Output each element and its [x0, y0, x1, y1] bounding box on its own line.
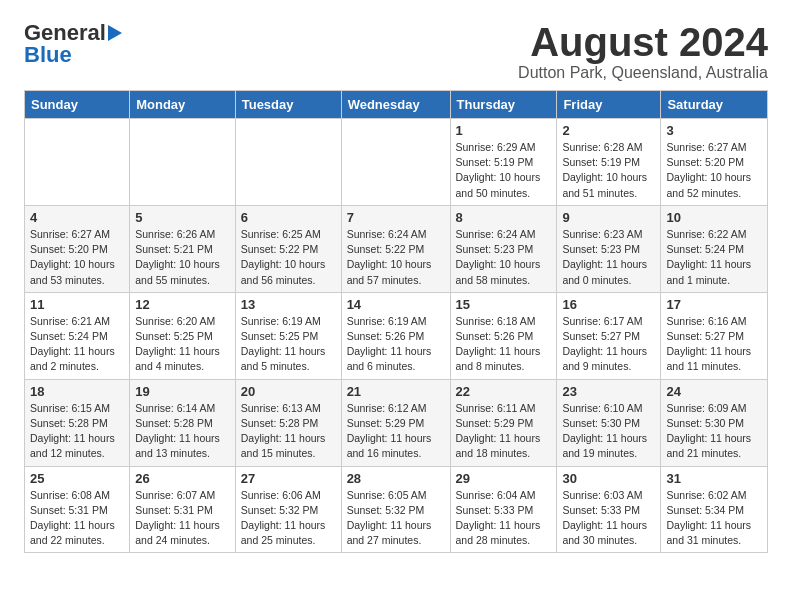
- day-info: Sunrise: 6:26 AMSunset: 5:21 PMDaylight:…: [135, 228, 220, 286]
- day-info: Sunrise: 6:07 AMSunset: 5:31 PMDaylight:…: [135, 489, 220, 547]
- day-info: Sunrise: 6:12 AMSunset: 5:29 PMDaylight:…: [347, 402, 432, 460]
- day-number: 27: [241, 471, 336, 486]
- table-row: 27 Sunrise: 6:06 AMSunset: 5:32 PMDaylig…: [235, 466, 341, 553]
- day-number: 20: [241, 384, 336, 399]
- table-row: 24 Sunrise: 6:09 AMSunset: 5:30 PMDaylig…: [661, 379, 768, 466]
- day-number: 21: [347, 384, 445, 399]
- day-number: 16: [562, 297, 655, 312]
- day-info: Sunrise: 6:18 AMSunset: 5:26 PMDaylight:…: [456, 315, 541, 373]
- header-wednesday: Wednesday: [341, 91, 450, 119]
- day-number: 6: [241, 210, 336, 225]
- day-info: Sunrise: 6:21 AMSunset: 5:24 PMDaylight:…: [30, 315, 115, 373]
- table-row: 20 Sunrise: 6:13 AMSunset: 5:28 PMDaylig…: [235, 379, 341, 466]
- table-row: 26 Sunrise: 6:07 AMSunset: 5:31 PMDaylig…: [130, 466, 236, 553]
- day-info: Sunrise: 6:29 AMSunset: 5:19 PMDaylight:…: [456, 141, 541, 199]
- day-number: 19: [135, 384, 230, 399]
- day-number: 13: [241, 297, 336, 312]
- day-number: 31: [666, 471, 762, 486]
- day-number: 23: [562, 384, 655, 399]
- day-number: 24: [666, 384, 762, 399]
- logo: General Blue: [24, 20, 122, 68]
- header-monday: Monday: [130, 91, 236, 119]
- calendar-week-row: 4 Sunrise: 6:27 AMSunset: 5:20 PMDayligh…: [25, 205, 768, 292]
- day-info: Sunrise: 6:16 AMSunset: 5:27 PMDaylight:…: [666, 315, 751, 373]
- table-row: 6 Sunrise: 6:25 AMSunset: 5:22 PMDayligh…: [235, 205, 341, 292]
- table-row: 25 Sunrise: 6:08 AMSunset: 5:31 PMDaylig…: [25, 466, 130, 553]
- calendar-week-row: 18 Sunrise: 6:15 AMSunset: 5:28 PMDaylig…: [25, 379, 768, 466]
- table-row: 10 Sunrise: 6:22 AMSunset: 5:24 PMDaylig…: [661, 205, 768, 292]
- day-number: 26: [135, 471, 230, 486]
- day-info: Sunrise: 6:20 AMSunset: 5:25 PMDaylight:…: [135, 315, 220, 373]
- day-info: Sunrise: 6:13 AMSunset: 5:28 PMDaylight:…: [241, 402, 326, 460]
- day-info: Sunrise: 6:27 AMSunset: 5:20 PMDaylight:…: [30, 228, 115, 286]
- table-row: 16 Sunrise: 6:17 AMSunset: 5:27 PMDaylig…: [557, 292, 661, 379]
- logo-arrow-icon: [108, 25, 122, 41]
- table-row: 14 Sunrise: 6:19 AMSunset: 5:26 PMDaylig…: [341, 292, 450, 379]
- table-row: 31 Sunrise: 6:02 AMSunset: 5:34 PMDaylig…: [661, 466, 768, 553]
- table-row: 7 Sunrise: 6:24 AMSunset: 5:22 PMDayligh…: [341, 205, 450, 292]
- day-info: Sunrise: 6:15 AMSunset: 5:28 PMDaylight:…: [30, 402, 115, 460]
- day-info: Sunrise: 6:09 AMSunset: 5:30 PMDaylight:…: [666, 402, 751, 460]
- day-info: Sunrise: 6:24 AMSunset: 5:23 PMDaylight:…: [456, 228, 541, 286]
- day-number: 4: [30, 210, 124, 225]
- table-row: 18 Sunrise: 6:15 AMSunset: 5:28 PMDaylig…: [25, 379, 130, 466]
- table-row: 21 Sunrise: 6:12 AMSunset: 5:29 PMDaylig…: [341, 379, 450, 466]
- table-row: 23 Sunrise: 6:10 AMSunset: 5:30 PMDaylig…: [557, 379, 661, 466]
- table-row: 15 Sunrise: 6:18 AMSunset: 5:26 PMDaylig…: [450, 292, 557, 379]
- header-friday: Friday: [557, 91, 661, 119]
- table-row: 13 Sunrise: 6:19 AMSunset: 5:25 PMDaylig…: [235, 292, 341, 379]
- table-row: 12 Sunrise: 6:20 AMSunset: 5:25 PMDaylig…: [130, 292, 236, 379]
- day-info: Sunrise: 6:28 AMSunset: 5:19 PMDaylight:…: [562, 141, 647, 199]
- day-number: 28: [347, 471, 445, 486]
- table-row: 11 Sunrise: 6:21 AMSunset: 5:24 PMDaylig…: [25, 292, 130, 379]
- day-info: Sunrise: 6:11 AMSunset: 5:29 PMDaylight:…: [456, 402, 541, 460]
- day-number: 5: [135, 210, 230, 225]
- header-sunday: Sunday: [25, 91, 130, 119]
- day-info: Sunrise: 6:05 AMSunset: 5:32 PMDaylight:…: [347, 489, 432, 547]
- title-section: August 2024 Dutton Park, Queensland, Aus…: [518, 20, 768, 82]
- table-row: 19 Sunrise: 6:14 AMSunset: 5:28 PMDaylig…: [130, 379, 236, 466]
- table-row: 2 Sunrise: 6:28 AMSunset: 5:19 PMDayligh…: [557, 119, 661, 206]
- table-row: 29 Sunrise: 6:04 AMSunset: 5:33 PMDaylig…: [450, 466, 557, 553]
- day-number: 29: [456, 471, 552, 486]
- day-info: Sunrise: 6:17 AMSunset: 5:27 PMDaylight:…: [562, 315, 647, 373]
- day-info: Sunrise: 6:10 AMSunset: 5:30 PMDaylight:…: [562, 402, 647, 460]
- table-row: [25, 119, 130, 206]
- calendar-header-row: Sunday Monday Tuesday Wednesday Thursday…: [25, 91, 768, 119]
- header-saturday: Saturday: [661, 91, 768, 119]
- day-info: Sunrise: 6:22 AMSunset: 5:24 PMDaylight:…: [666, 228, 751, 286]
- header-thursday: Thursday: [450, 91, 557, 119]
- day-number: 11: [30, 297, 124, 312]
- table-row: 17 Sunrise: 6:16 AMSunset: 5:27 PMDaylig…: [661, 292, 768, 379]
- day-number: 12: [135, 297, 230, 312]
- day-info: Sunrise: 6:08 AMSunset: 5:31 PMDaylight:…: [30, 489, 115, 547]
- day-number: 30: [562, 471, 655, 486]
- table-row: [130, 119, 236, 206]
- day-number: 8: [456, 210, 552, 225]
- day-number: 22: [456, 384, 552, 399]
- day-number: 10: [666, 210, 762, 225]
- day-info: Sunrise: 6:24 AMSunset: 5:22 PMDaylight:…: [347, 228, 432, 286]
- day-info: Sunrise: 6:19 AMSunset: 5:26 PMDaylight:…: [347, 315, 432, 373]
- logo-blue: Blue: [24, 42, 72, 68]
- day-number: 2: [562, 123, 655, 138]
- page-header: General Blue August 2024 Dutton Park, Qu…: [24, 20, 768, 82]
- table-row: [235, 119, 341, 206]
- day-number: 7: [347, 210, 445, 225]
- day-info: Sunrise: 6:19 AMSunset: 5:25 PMDaylight:…: [241, 315, 326, 373]
- header-tuesday: Tuesday: [235, 91, 341, 119]
- day-number: 15: [456, 297, 552, 312]
- day-number: 3: [666, 123, 762, 138]
- month-title: August 2024: [518, 20, 768, 64]
- day-number: 17: [666, 297, 762, 312]
- table-row: 3 Sunrise: 6:27 AMSunset: 5:20 PMDayligh…: [661, 119, 768, 206]
- calendar-week-row: 1 Sunrise: 6:29 AMSunset: 5:19 PMDayligh…: [25, 119, 768, 206]
- day-info: Sunrise: 6:04 AMSunset: 5:33 PMDaylight:…: [456, 489, 541, 547]
- table-row: 22 Sunrise: 6:11 AMSunset: 5:29 PMDaylig…: [450, 379, 557, 466]
- day-info: Sunrise: 6:03 AMSunset: 5:33 PMDaylight:…: [562, 489, 647, 547]
- table-row: 28 Sunrise: 6:05 AMSunset: 5:32 PMDaylig…: [341, 466, 450, 553]
- table-row: 1 Sunrise: 6:29 AMSunset: 5:19 PMDayligh…: [450, 119, 557, 206]
- day-number: 18: [30, 384, 124, 399]
- day-info: Sunrise: 6:27 AMSunset: 5:20 PMDaylight:…: [666, 141, 751, 199]
- day-info: Sunrise: 6:14 AMSunset: 5:28 PMDaylight:…: [135, 402, 220, 460]
